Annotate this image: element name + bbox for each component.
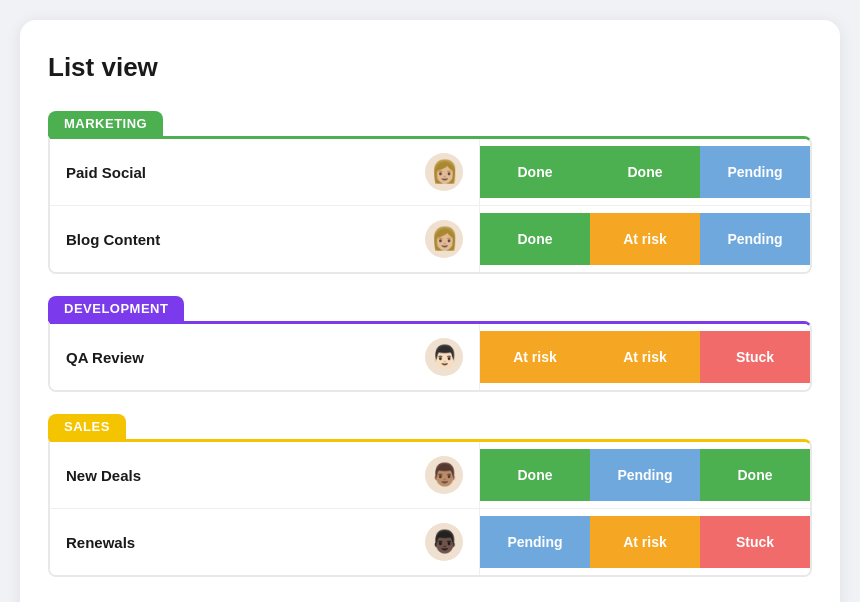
- group-rows-development: QA Review👨🏻At riskAt riskStuck: [48, 321, 812, 392]
- status-cells: DoneAt riskPending: [480, 213, 810, 265]
- row-name: Renewals: [66, 534, 135, 551]
- status-cells: At riskAt riskStuck: [480, 331, 810, 383]
- status-cell: At risk: [590, 331, 700, 383]
- status-cell: Done: [480, 146, 590, 198]
- row-name: QA Review: [66, 349, 144, 366]
- row-label: New Deals👨🏽: [50, 442, 480, 508]
- group-rows-marketing: Paid Social👩🏼DoneDonePendingBlog Content…: [48, 136, 812, 274]
- status-cell: Done: [480, 449, 590, 501]
- groups-container: MARKETINGPaid Social👩🏼DoneDonePendingBlo…: [48, 111, 812, 577]
- row-name: Paid Social: [66, 164, 146, 181]
- avatar: 👨🏿: [425, 523, 463, 561]
- status-cell: At risk: [590, 516, 700, 568]
- status-cells: DoneDonePending: [480, 146, 810, 198]
- table-row: Blog Content👩🏼DoneAt riskPending: [50, 206, 810, 272]
- row-name: New Deals: [66, 467, 141, 484]
- row-label: Paid Social👩🏼: [50, 139, 480, 205]
- status-cell: Done: [480, 213, 590, 265]
- group-development: DEVELOPMENTQA Review👨🏻At riskAt riskStuc…: [48, 296, 812, 392]
- main-card: List view MARKETINGPaid Social👩🏼DoneDone…: [20, 20, 840, 602]
- row-label: Blog Content👩🏼: [50, 206, 480, 272]
- table-row: New Deals👨🏽DonePendingDone: [50, 442, 810, 509]
- status-cell: Pending: [700, 213, 810, 265]
- status-cell: Pending: [590, 449, 700, 501]
- status-cell: Done: [590, 146, 700, 198]
- group-sales: SALESNew Deals👨🏽DonePendingDoneRenewals👨…: [48, 414, 812, 577]
- status-cell: Stuck: [700, 516, 810, 568]
- avatar: 👩🏼: [425, 220, 463, 258]
- status-cell: Pending: [700, 146, 810, 198]
- table-row: Renewals👨🏿PendingAt riskStuck: [50, 509, 810, 575]
- status-cell: At risk: [480, 331, 590, 383]
- row-label: Renewals👨🏿: [50, 509, 480, 575]
- avatar: 👨🏻: [425, 338, 463, 376]
- group-header-development: DEVELOPMENT: [48, 296, 184, 321]
- status-cell: Stuck: [700, 331, 810, 383]
- status-cell: At risk: [590, 213, 700, 265]
- group-marketing: MARKETINGPaid Social👩🏼DoneDonePendingBlo…: [48, 111, 812, 274]
- table-row: Paid Social👩🏼DoneDonePending: [50, 139, 810, 206]
- status-cells: DonePendingDone: [480, 449, 810, 501]
- row-label: QA Review👨🏻: [50, 324, 480, 390]
- status-cell: Pending: [480, 516, 590, 568]
- avatar: 👩🏼: [425, 153, 463, 191]
- group-rows-sales: New Deals👨🏽DonePendingDoneRenewals👨🏿Pend…: [48, 439, 812, 577]
- status-cells: PendingAt riskStuck: [480, 516, 810, 568]
- group-header-marketing: MARKETING: [48, 111, 163, 136]
- row-name: Blog Content: [66, 231, 160, 248]
- page-title: List view: [48, 52, 812, 83]
- table-row: QA Review👨🏻At riskAt riskStuck: [50, 324, 810, 390]
- status-cell: Done: [700, 449, 810, 501]
- group-header-sales: SALES: [48, 414, 126, 439]
- avatar: 👨🏽: [425, 456, 463, 494]
